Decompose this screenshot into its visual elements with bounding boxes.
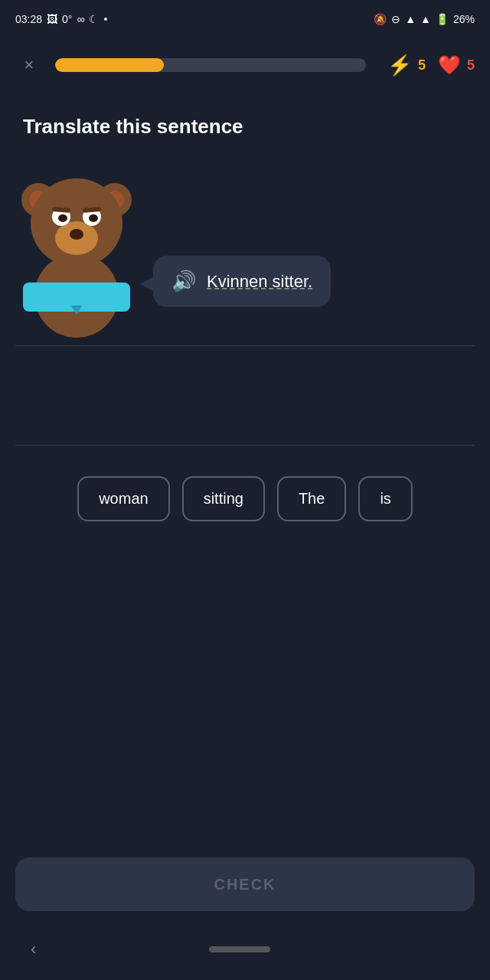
bear-character	[15, 154, 138, 330]
svg-point-9	[58, 214, 67, 222]
close-button[interactable]: ×	[15, 51, 43, 79]
streak-area: ⚡ 5 ❤️ 5	[387, 54, 475, 77]
back-arrow[interactable]: ‹	[31, 939, 36, 959]
check-button[interactable]: CHECK	[15, 858, 475, 911]
word-chip-is[interactable]: is	[358, 476, 412, 521]
status-right: 🔕 ⊖ ▲ ▲ 🔋 26%	[374, 13, 475, 25]
infinity-icon: ∞	[77, 13, 84, 25]
signal-icon: ▲	[420, 13, 431, 25]
bottom-nav: ‹	[0, 919, 490, 980]
close-icon: ×	[24, 55, 34, 75]
word-chip-the[interactable]: The	[277, 476, 346, 521]
bell-icon: 🔕	[374, 13, 387, 25]
speaker-icon[interactable]: 🔊	[172, 270, 196, 293]
photo-icon: 🖼	[47, 13, 57, 25]
word-chip-woman[interactable]: woman	[77, 476, 169, 521]
character-area: 🔊 Kvinnen sitter.	[0, 154, 490, 345]
check-button-area: CHECK	[15, 858, 475, 911]
dot-icon: •	[103, 13, 107, 25]
bolt-icon: ⚡	[387, 54, 412, 77]
svg-point-10	[89, 214, 98, 222]
battery-icon: 🔋	[436, 13, 449, 25]
heart-icon: ❤️	[438, 54, 461, 76]
status-left: 03:28 🖼 0° ∞ ☾ •	[15, 13, 107, 25]
temp-display: 0°	[62, 13, 72, 25]
top-nav: × ⚡ 5 ❤️ 5	[0, 38, 490, 92]
heart-count: 5	[467, 57, 475, 74]
streak-count: 5	[418, 57, 426, 74]
wifi-icon: ▲	[405, 13, 416, 25]
instruction-text: Translate this sentence	[0, 92, 490, 154]
sentence-text: Kvinnen sitter.	[207, 272, 312, 292]
top-divider	[15, 345, 475, 346]
progress-bar-container	[55, 58, 366, 72]
progress-bar-fill	[55, 58, 164, 72]
svg-point-13	[70, 229, 83, 240]
svg-rect-16	[67, 283, 86, 305]
speech-bubble[interactable]: 🔊 Kvinnen sitter.	[153, 256, 331, 307]
answer-area	[15, 354, 475, 446]
home-indicator[interactable]	[209, 946, 270, 952]
time-display: 03:28	[15, 13, 42, 25]
status-bar: 03:28 🖼 0° ∞ ☾ • 🔕 ⊖ ▲ ▲ 🔋 26%	[0, 0, 490, 38]
word-bank: woman sitting The is	[0, 453, 490, 544]
circle-icon: ⊖	[391, 13, 400, 25]
battery-pct: 26%	[453, 13, 475, 25]
moon-icon: ☾	[89, 13, 99, 25]
word-chip-sitting[interactable]: sitting	[182, 476, 265, 521]
